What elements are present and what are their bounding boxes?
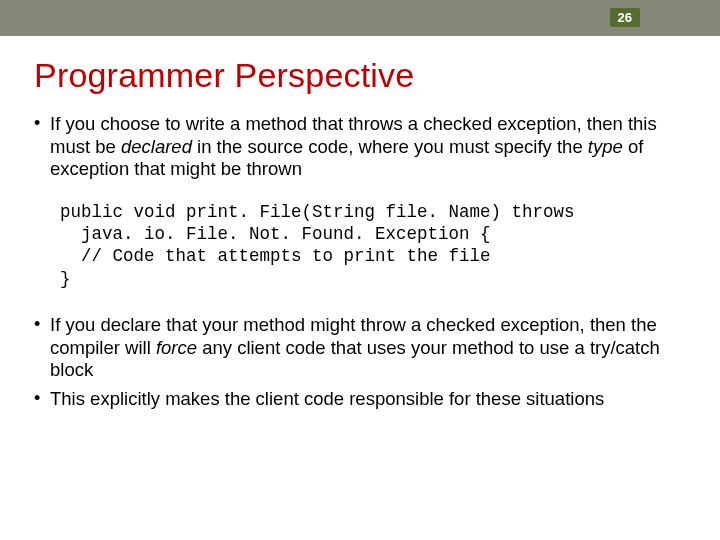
bullet-item: If you choose to write a method that thr…	[34, 113, 686, 181]
code-line: }	[60, 269, 71, 289]
bullet-item: This explicitly makes the client code re…	[34, 388, 686, 411]
italic-text: type	[588, 136, 623, 157]
bullet-text: in the source code, where you must speci…	[192, 136, 588, 157]
bullet-item: If you declare that your method might th…	[34, 314, 686, 382]
topbar: 26	[0, 0, 720, 36]
code-line: // Code that attempts to print the file	[60, 246, 491, 266]
code-block: public void print. File(String file. Nam…	[60, 201, 686, 291]
italic-text: declared	[121, 136, 192, 157]
code-line: public void print. File(String file. Nam…	[60, 202, 575, 222]
bullet-list-2: If you declare that your method might th…	[34, 314, 686, 410]
content-area: If you choose to write a method that thr…	[34, 113, 686, 411]
italic-text: force	[156, 337, 197, 358]
slide: 26 Programmer Perspective If you choose …	[0, 0, 720, 540]
code-line: java. io. File. Not. Found. Exception {	[60, 224, 491, 244]
slide-title: Programmer Perspective	[34, 56, 720, 95]
bullet-list-1: If you choose to write a method that thr…	[34, 113, 686, 181]
bullet-text: This explicitly makes the client code re…	[50, 388, 604, 409]
page-number: 26	[610, 8, 640, 27]
